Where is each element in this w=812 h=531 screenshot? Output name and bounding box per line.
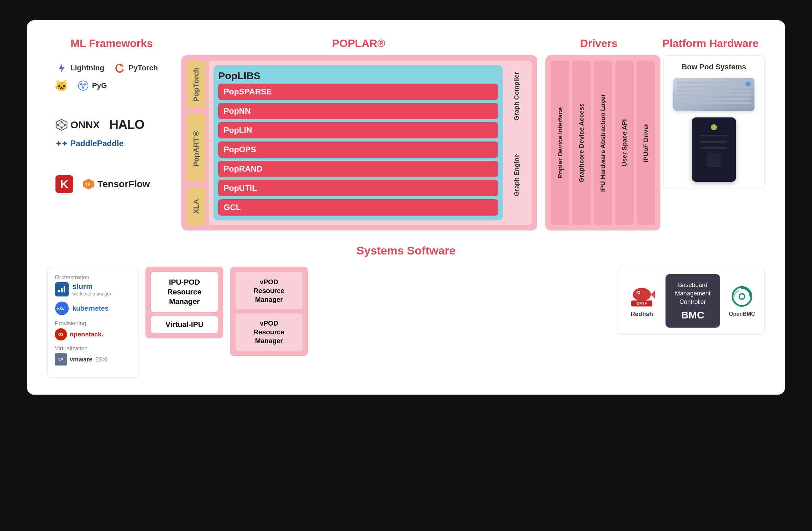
ml-box-pytorch: Lightning PyTorch [47, 55, 176, 99]
openstack-label: openstack. [70, 331, 103, 338]
poplib-popnn: PopNN [218, 103, 498, 119]
poptorch-label: PopTorch [187, 61, 205, 108]
emoji-icon: 🐱 [56, 80, 68, 92]
vmware-label: vmware [70, 356, 92, 363]
vpod-col: vPODResource Manager vPODResource Manage… [230, 267, 308, 356]
slurm-label: slurm [72, 282, 111, 291]
provisioning-label: Provisioning [55, 320, 131, 327]
driver-poplar-device: Poplar Device Interface [551, 61, 569, 225]
poplibs-items: PopSPARSE PopNN PopLIN PopOPS PopRAND Po… [218, 84, 498, 216]
server-led [746, 82, 751, 86]
tower-power-led [711, 124, 717, 130]
onnx-label: ONNX [70, 119, 100, 131]
svg-text:✦✦: ✦✦ [56, 140, 68, 147]
svg-point-26 [633, 288, 651, 301]
bmc-title-text: BaseboardManagementController [675, 281, 710, 306]
tower-server-image [692, 117, 736, 182]
svg-marker-27 [651, 290, 655, 299]
poplib-poplin: PopLIN [218, 122, 498, 139]
k8s-row: k8s kubernetes [55, 301, 131, 315]
poplib-popsparse: PopSPARSE [218, 84, 498, 100]
poplib-poprand: PopRAND [218, 161, 498, 177]
bow-pod-title: Bow Pod Systems [682, 62, 746, 71]
esxi-label: ESXi [96, 357, 107, 362]
pyg-icon [77, 80, 89, 92]
svg-point-33 [739, 294, 745, 299]
systems-header: Systems Software [47, 244, 765, 257]
slurm-text: slurm workload manager [72, 282, 111, 297]
server-slots [677, 82, 751, 84]
paddlepaddle-label: PaddlePaddle [70, 139, 124, 148]
systems-section: Systems Software Orchestration [47, 244, 765, 378]
svg-line-14 [58, 122, 61, 125]
svg-marker-0 [59, 63, 64, 73]
drivers-header: Drivers [541, 37, 656, 50]
poplib-gcl: GCL [218, 199, 498, 216]
virtualization-label: Virtualization [55, 345, 131, 352]
poplar-header: POPLAR® [176, 37, 541, 50]
openbmc-wrap: OpenBMC [727, 285, 757, 317]
graph-engine-label: Graph Engine [506, 130, 527, 220]
k8s-icon: k8s [55, 301, 69, 315]
fw-pytorch: PyTorch [114, 62, 158, 74]
fw-row-2: 🐱 [56, 80, 168, 92]
diagram-wrapper: ML Frameworks POPLAR® Drivers Platform H… [27, 20, 785, 394]
fw-k: K [56, 175, 73, 193]
drivers-area: Poplar Device Interface Graphcore Device… [546, 55, 661, 230]
driver-ipuof: IPUoF Driver [636, 61, 655, 225]
ml-frameworks-col: Lightning PyTorch [47, 55, 176, 230]
poplib-poputil: PopUTIL [218, 180, 498, 196]
tower-slot-1 [700, 135, 727, 137]
driver-graphcore-device: Graphcore Device Access [572, 61, 591, 225]
fw-onnx: ONNX [56, 119, 100, 131]
server-rack-image [673, 78, 754, 111]
ipu-rm-box: IPU-PODResourceManager Virtual-IPU [145, 267, 223, 339]
ml-frameworks-header: ML Frameworks [47, 37, 176, 50]
lightning-icon [56, 62, 68, 74]
provisioning-section: Provisioning OS openstack. [55, 320, 131, 341]
top-content: ML Frameworks POPLAR® Drivers Platform H… [47, 37, 765, 230]
svg-line-16 [58, 125, 61, 128]
redfish-icon-wrap: DMTF Redfish [625, 284, 659, 318]
poplibs-title: PopLIBS [218, 70, 498, 82]
fw-row-paddle: ✦✦ PaddlePaddle [56, 138, 168, 149]
redfish-icon: DMTF [627, 284, 657, 308]
openstack-row: OS openstack. [55, 328, 131, 341]
ml-box-onnx: ONNX HALO ✦✦ [47, 111, 176, 156]
paddle-icon: ✦✦ [56, 138, 68, 149]
bmc-dark-box: BaseboardManagementController BMC [666, 274, 720, 328]
vpod-rm2-text: vPODResource Manager [253, 319, 284, 345]
fw-paddlepaddle: ✦✦ PaddlePaddle [56, 138, 124, 149]
pyg-label: PyG [92, 81, 107, 90]
svg-point-32 [733, 287, 751, 306]
xla-label: XLA [187, 187, 205, 225]
main-container: ML Frameworks POPLAR® Drivers Platform H… [0, 0, 812, 531]
fw-row-onnx: ONNX HALO [56, 117, 168, 132]
tensorflow-label: TensorFlow [98, 179, 150, 189]
svg-text:DMTF: DMTF [637, 301, 647, 305]
redfish-label-text: Redfish [630, 311, 653, 318]
graph-compiler-label: Graph Compiler [506, 65, 527, 127]
svg-line-7 [81, 84, 83, 88]
vmware-icon: VM [55, 353, 67, 365]
pytorch-icon [114, 62, 126, 74]
openstack-icon: OS [55, 328, 67, 341]
vpod-rm1-text: vPODResource Manager [253, 278, 284, 303]
k-icon: K [56, 175, 73, 193]
ipu-rm-inner: IPU-PODResourceManager [151, 272, 218, 312]
fw-tensorflow: TF TensorFlow [83, 178, 150, 190]
svg-line-17 [61, 125, 65, 128]
server-rack-visual [673, 78, 754, 111]
virtual-ipu-inner: Virtual-IPU [151, 316, 218, 333]
redfish-bmc-group: DMTF Redfish BaseboardManagementControll… [618, 267, 765, 335]
slurm-sub-label: workload manager [72, 291, 111, 297]
driver-user-space: User Space API [615, 61, 634, 225]
fw-emoji: 🐱 [56, 80, 68, 92]
svg-line-8 [83, 84, 85, 88]
openbmc-icon [728, 285, 755, 308]
svg-point-29 [638, 291, 639, 293]
svg-text:TF: TF [85, 182, 90, 187]
tower-slot-2 [700, 141, 727, 143]
bmc-sub-text: BMC [675, 309, 710, 321]
poplar-vlabels: PopTorch PopART® XLA [187, 61, 205, 225]
